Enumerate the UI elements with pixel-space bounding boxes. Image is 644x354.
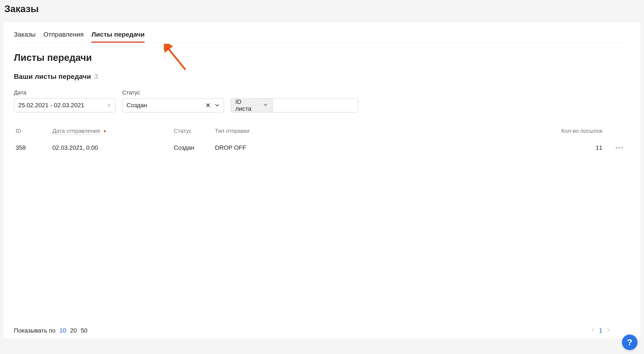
content-card: Заказы Отправления Листы передачи Листы … [4,22,640,338]
tab-shipments[interactable]: Отправления [43,31,84,42]
status-label: Статус [122,89,224,96]
sub-title: Ваши листы передачи 3 [14,72,630,80]
chevron-down-icon[interactable] [214,103,220,108]
svg-line-0 [167,47,186,70]
status-field: Статус Создан [122,89,224,112]
cell-qty: 11 [341,144,616,151]
status-select[interactable]: Создан [122,98,224,112]
search-input[interactable] [272,98,358,112]
col-header-status: Статус [174,128,215,134]
page-size-50[interactable]: 50 [81,327,88,334]
col-header-qty: Кол-во посылок [341,128,616,134]
search-field: ID листа [230,98,358,112]
date-label: Дата [14,89,116,96]
cell-type: DROP OFF [215,144,341,151]
page-size-label: Показывать по [14,327,56,334]
row-actions-icon[interactable]: ••• [616,144,624,151]
col-header-date-label: Дата отправления [52,128,100,135]
page-size-20[interactable]: 20 [70,327,77,334]
cell-id: 358 [16,144,52,151]
prev-page-icon[interactable] [591,327,595,334]
section-title: Листы передачи [14,52,630,63]
tab-orders[interactable]: Заказы [14,31,36,42]
date-field: Дата 25.02.2021 - 02.03.2021 [14,89,116,112]
tab-transfer-sheets[interactable]: Листы передачи [92,31,144,42]
cell-date: 02.03.2021, 0:00 [52,144,174,151]
col-header-type: Тип отправки [215,128,341,134]
sub-title-text: Ваши листы передачи [14,72,91,80]
annotation-arrow [164,44,190,76]
clear-status-icon[interactable] [206,103,210,108]
page-title: Заказы [0,0,644,22]
sheets-count: 3 [94,72,98,80]
next-page-icon[interactable] [606,327,611,334]
chevron-down-icon [263,102,268,109]
filters-row: Дата 25.02.2021 - 02.03.2021 Статус Созд… [14,89,630,112]
col-header-id: ID [16,128,52,134]
search-type-select[interactable]: ID листа [231,98,272,112]
table-header: ID Дата отправления ▼ Статус Тип отправк… [14,128,630,139]
date-range-input[interactable]: 25.02.2021 - 02.03.2021 [14,98,116,112]
col-header-date[interactable]: Дата отправления ▼ [52,128,174,134]
table-row[interactable]: 358 02.03.2021, 0:00 Создан DROP OFF 11 … [14,139,630,157]
status-value: Создан [126,102,147,109]
arrow-icon [164,44,190,74]
search-combo: ID листа [230,98,358,112]
sort-desc-icon: ▼ [103,129,107,134]
clear-date-icon[interactable] [106,103,112,108]
page-size-10[interactable]: 10 [59,327,66,334]
card-footer: Показывать по 10 20 50 1 [14,327,630,334]
cell-status: Создан [174,144,215,151]
page-size-control: Показывать по 10 20 50 [14,327,88,334]
pager: 1 [591,327,611,334]
search-type-value: ID листа [235,98,258,112]
current-page: 1 [599,327,602,334]
tabs: Заказы Отправления Листы передачи [14,31,630,43]
date-range-value: 25.02.2021 - 02.03.2021 [18,102,84,109]
